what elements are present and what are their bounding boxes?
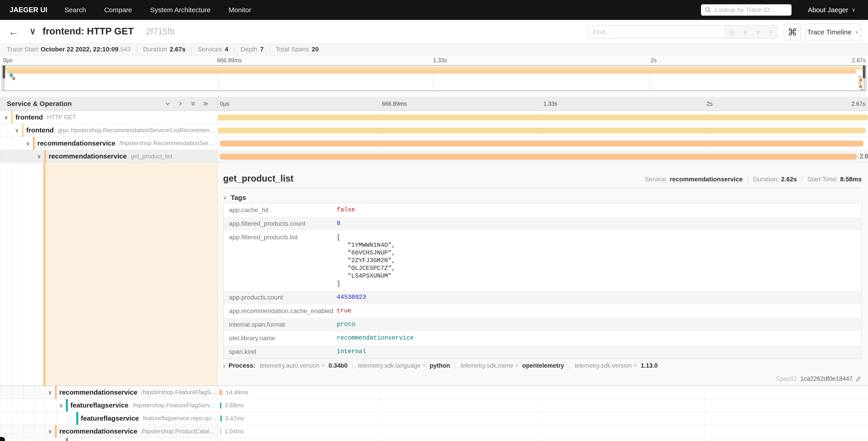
chevron-down-icon[interactable]: ∨ bbox=[59, 402, 63, 409]
tree-controls bbox=[164, 100, 209, 107]
chevron-down-icon[interactable]: ∨ bbox=[48, 389, 52, 395]
span-timeline-cell[interactable]: 1.04ms bbox=[218, 425, 868, 438]
span-bar[interactable] bbox=[220, 141, 864, 146]
array-item: "OLJCESPC7Z", bbox=[337, 264, 861, 272]
tags-accordion-toggle[interactable]: ∨ Tags bbox=[223, 194, 246, 202]
span-timeline-cell[interactable]: 14.49ms bbox=[218, 386, 868, 399]
expand-all-double-chevron-right-icon[interactable] bbox=[202, 100, 209, 107]
span-row-productcatalog-parent[interactable]: ∨ recommendationservice /hipstershop.Pro… bbox=[0, 425, 868, 438]
span-bar[interactable] bbox=[219, 389, 222, 395]
expand-one-chevron-right-icon[interactable] bbox=[177, 100, 184, 107]
collapse-all-double-chevron-down-icon[interactable] bbox=[190, 100, 196, 107]
nav-item-search[interactable]: Search bbox=[64, 6, 86, 14]
service-operation-header: Service & Operation bbox=[0, 97, 218, 111]
span-bar[interactable] bbox=[220, 429, 221, 435]
span-bar[interactable] bbox=[220, 415, 222, 421]
brand-logo[interactable]: JAEGER UI bbox=[9, 6, 47, 14]
span-name-cell[interactable] bbox=[0, 438, 218, 441]
span-timeline-cell[interactable] bbox=[218, 137, 868, 150]
indent-guide bbox=[1, 137, 1, 150]
span-name-cell[interactable]: ∨ recommendationservice get_product_list bbox=[0, 150, 218, 163]
span-name-cell[interactable]: ∨ recommendationservice /hipstershop.Rec… bbox=[0, 137, 218, 150]
about-jaeger-menu[interactable]: About Jaeger ∨ bbox=[808, 6, 855, 14]
span-name-cell[interactable]: ∨ recommendationservice /hipstershop.Pro… bbox=[0, 425, 218, 438]
nav-item-system-architecture[interactable]: System Architecture bbox=[150, 6, 211, 14]
duration-label: Duration bbox=[143, 46, 167, 53]
trace-id-lookup-input[interactable] bbox=[714, 6, 788, 14]
indent-guide bbox=[23, 412, 24, 425]
next-result-icon[interactable]: ∨ bbox=[756, 28, 761, 36]
collapse-trace-chevron-icon[interactable]: ∨ bbox=[29, 26, 36, 36]
chevron-down-icon[interactable]: ∨ bbox=[4, 114, 8, 120]
span-bar[interactable] bbox=[220, 154, 857, 159]
service-label: Service: bbox=[645, 176, 668, 183]
tags-table: app.cache_hit false app.filtered_product… bbox=[223, 203, 862, 359]
indent-guide bbox=[1, 412, 1, 425]
timeline-gridline bbox=[380, 399, 380, 412]
span-row-recommendationservice-list[interactable]: ∨ recommendationservice /hipstershop.Rec… bbox=[0, 137, 868, 150]
chevron-down-icon[interactable]: ∨ bbox=[37, 153, 41, 159]
span-timeline-cell[interactable]: 3.47ms bbox=[218, 412, 868, 425]
minimap-canvas[interactable] bbox=[2, 65, 866, 91]
span-operation: get_product_list bbox=[131, 153, 173, 160]
span-timeline-cell[interactable] bbox=[218, 111, 868, 124]
tag-row: internal.span.format proto bbox=[223, 318, 861, 331]
nav-item-monitor[interactable]: Monitor bbox=[228, 6, 251, 14]
equals-sign: = bbox=[515, 362, 519, 369]
span-row-get-product-list-selected[interactable]: ∨ recommendationservice get_product_list… bbox=[0, 150, 868, 163]
minimap-tick: 2s bbox=[651, 57, 656, 64]
process-key: telemetry.sdk.language bbox=[358, 362, 421, 369]
span-timeline-cell[interactable]: 2.62s bbox=[218, 150, 868, 163]
tag-value: 8 bbox=[337, 217, 861, 230]
total-spans-value: 20 bbox=[312, 46, 319, 53]
indent-guide bbox=[1, 399, 1, 412]
span-color-band bbox=[44, 150, 46, 163]
span-row-featureflag-parent[interactable]: ∨ recommendationservice /hipstershop.Fea… bbox=[0, 386, 868, 399]
nav-item-compare[interactable]: Compare bbox=[104, 6, 132, 14]
trace-view-selector[interactable]: Trace Timeline ∨ bbox=[805, 24, 861, 41]
span-id-row: SpanID: 1ca2262df0e18447 bbox=[776, 375, 862, 382]
span-name-cell[interactable]: ∨ frontend HTTP GET bbox=[0, 111, 218, 124]
span-row-featureflagservice-get[interactable]: ∨ featureflagservice /hipstershop.Featur… bbox=[0, 399, 868, 412]
span-name-cell[interactable]: ∨ frontend grpc.hipstershop.Recommendati… bbox=[0, 124, 218, 137]
collapse-one-chevron-down-icon[interactable] bbox=[164, 100, 171, 107]
span-row-frontend-grpc[interactable]: ∨ frontend grpc.hipstershop.Recommendati… bbox=[0, 124, 868, 137]
indent-guide bbox=[57, 438, 57, 441]
span-bar[interactable] bbox=[220, 403, 221, 409]
minimap-scrubber-handle-left[interactable] bbox=[3, 66, 5, 78]
tag-value: internal bbox=[337, 345, 861, 358]
focus-target-icon[interactable]: ◎ bbox=[728, 28, 734, 36]
link-icon[interactable] bbox=[855, 376, 862, 382]
span-row-featureflagservice-repo-query[interactable]: featureflagservice featureflagservice.re… bbox=[0, 412, 868, 425]
process-accordion-toggle[interactable]: › Process: telemetry.auto.version = 0.34… bbox=[223, 362, 658, 370]
timeline-minimap: 0μs 666.89ms 1.33s 2s 2.67s bbox=[0, 56, 868, 97]
find-input[interactable] bbox=[588, 26, 724, 38]
span-name-cell[interactable]: featureflagservice featureflagservice.re… bbox=[0, 412, 218, 425]
back-button[interactable]: ← bbox=[7, 25, 20, 38]
span-name-cell[interactable]: ∨ recommendationservice /hipstershop.Fea… bbox=[0, 386, 218, 399]
minimap-span-bar bbox=[858, 82, 862, 85]
tag-row: app.filtered_products.count 8 bbox=[223, 217, 861, 231]
span-timeline-cell[interactable] bbox=[218, 124, 868, 137]
prev-result-icon[interactable]: ∧ bbox=[743, 28, 748, 36]
ruler-tick: 666.89ms bbox=[382, 100, 407, 107]
minimap-scrubber-handle-right[interactable] bbox=[863, 66, 865, 78]
chevron-down-icon[interactable]: ∨ bbox=[26, 140, 30, 146]
span-row-partial[interactable] bbox=[0, 438, 868, 441]
chevron-down-icon[interactable]: ∨ bbox=[15, 127, 19, 134]
service-value: recommendationservice bbox=[670, 176, 743, 183]
chevron-down-icon[interactable]: ∨ bbox=[48, 428, 52, 435]
trace-start-ms: .543 bbox=[118, 46, 131, 53]
span-name-cell[interactable]: ∨ featureflagservice /hipstershop.Featur… bbox=[0, 399, 218, 412]
clear-find-icon[interactable]: × bbox=[769, 28, 773, 36]
span-timeline-cell[interactable] bbox=[218, 438, 868, 441]
span-timeline-cell[interactable]: 3.68ms bbox=[218, 399, 868, 412]
span-row-frontend-http-get[interactable]: ∨ frontend HTTP GET bbox=[0, 111, 868, 124]
tag-key: internal.span.format bbox=[223, 318, 337, 331]
keyboard-shortcuts-button[interactable]: ⌘ bbox=[784, 24, 801, 41]
ruler-tick: 1.33s bbox=[544, 100, 557, 107]
span-bar[interactable] bbox=[218, 115, 868, 120]
span-bar[interactable] bbox=[218, 128, 866, 134]
indent-guide bbox=[45, 425, 46, 438]
trace-id-lookup[interactable] bbox=[701, 4, 792, 16]
